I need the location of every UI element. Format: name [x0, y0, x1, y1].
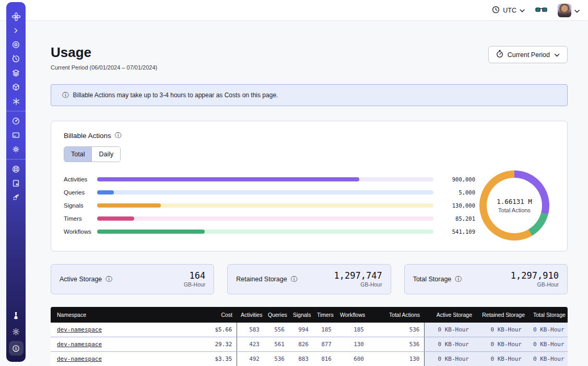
sidebar-item-docs-icon[interactable]	[6, 176, 26, 190]
period-selector-button[interactable]: Current Period	[488, 46, 568, 63]
table-cell: 0 KB-Hour	[424, 352, 476, 366]
bar-value: 130,000	[433, 202, 475, 209]
table-cell: 185	[336, 323, 368, 337]
temporal-logo-icon[interactable]	[6, 9, 26, 24]
bar-track	[97, 203, 433, 208]
info-icon[interactable]: ⓘ	[105, 276, 112, 283]
namespace-link[interactable]: dev-namespace	[57, 326, 102, 333]
bar-fill	[97, 216, 134, 221]
table-cell: 536	[264, 352, 289, 366]
table-cell: 826	[289, 337, 313, 352]
namespace-cell: dev-namespace	[51, 337, 181, 352]
sidebar-divider	[6, 111, 26, 111]
info-banner: ⓘ Billable Actions may take up to 3-4 ho…	[51, 84, 568, 106]
clock-icon	[492, 6, 500, 15]
info-icon[interactable]: ⓘ	[455, 276, 462, 283]
timezone-label: UTC	[503, 7, 516, 14]
sidebar-item-support-icon[interactable]	[6, 162, 26, 176]
table-row: dev-namespace$5.665835569941851855360 KB…	[51, 323, 568, 337]
bar-fill	[97, 190, 114, 195]
table-cell: 0 KB-Hour	[424, 323, 476, 337]
table-cell: 0 KB-Hour	[476, 323, 529, 337]
sidebar-item-settings-icon[interactable]	[6, 142, 26, 156]
info-icon[interactable]: ⓘ	[291, 276, 298, 283]
total-storage-unit: GB-Hour	[511, 281, 559, 288]
sidebar-item-nexus-icon[interactable]	[6, 94, 26, 108]
tab-daily[interactable]: Daily	[91, 147, 120, 162]
bar-label: Workflows	[64, 228, 97, 235]
column-header-active-storage: Active Storage	[424, 307, 476, 323]
timezone-selector[interactable]: UTC	[492, 6, 525, 15]
sidebar-expand-icon[interactable]	[6, 24, 26, 38]
table-cell: 0 KB-Hour	[529, 352, 568, 366]
table-cell: 423	[237, 337, 264, 352]
bar-value: 541,109	[433, 228, 475, 235]
column-header-queries: Queries	[264, 307, 289, 323]
sidebar-item-schedules-icon[interactable]	[6, 52, 26, 66]
sidebar-item-pricing-active[interactable]: $	[9, 341, 23, 356]
column-header-timers: Timers	[313, 307, 336, 323]
active-storage-value: 164	[184, 271, 205, 281]
table-cell: 130	[368, 352, 424, 366]
bar-value: 5,000	[433, 189, 475, 196]
bar-fill	[97, 177, 359, 181]
table-cell: 600	[336, 352, 368, 366]
tab-total[interactable]: Total	[64, 147, 91, 162]
table-cell: 130	[336, 337, 368, 352]
sidebar-item-namespaces-icon[interactable]	[6, 38, 26, 52]
bar-label: Signals	[64, 202, 97, 209]
table-body: dev-namespace$5.665835569941851855360 KB…	[51, 323, 568, 366]
table-cell: 561	[264, 337, 289, 352]
chevron-down-icon	[554, 51, 560, 59]
retained-storage-value: 1,297,747	[334, 271, 382, 281]
table-cell: 816	[313, 352, 336, 366]
bar-row-queries: Queries5,000	[64, 186, 475, 199]
bar-track	[97, 230, 433, 234]
active-storage-label: Active Storage	[60, 276, 102, 283]
bar-value: 900,000	[433, 176, 475, 182]
sidebar-item-labs-icon[interactable]	[6, 308, 26, 323]
bar-row-workflows: Workflows541,109	[64, 225, 475, 238]
feedback-glasses-button[interactable]	[535, 6, 547, 15]
topbar: UTC	[0, 0, 588, 21]
sidebar-item-layers-icon[interactable]	[6, 66, 26, 80]
bar-label: Activities	[64, 176, 97, 182]
info-icon[interactable]: ⓘ	[115, 132, 122, 139]
table-row: dev-namespace$3.354925368838166001300 KB…	[51, 352, 568, 366]
retained-storage-label: Retained Storage	[236, 276, 287, 283]
sidebar-item-billing-icon[interactable]	[6, 128, 26, 142]
total-storage-card: Total Storage ⓘ 1,297,910 GB-Hour	[404, 264, 568, 294]
storage-summary-row: Active Storage ⓘ 164 GB-Hour Retained St…	[51, 264, 568, 294]
bar-fill	[97, 203, 161, 208]
namespace-usage-table: NamespaceCostActivitiesQueriesSignalsTim…	[51, 307, 568, 366]
namespace-link[interactable]: dev-namespace	[57, 341, 102, 348]
billable-actions-card: Billable Actions ⓘ Total Daily Activitie…	[51, 121, 568, 251]
chevron-down-icon	[574, 6, 580, 15]
retained-storage-card: Retained Storage ⓘ 1,297,747 GB-Hour	[227, 264, 391, 294]
column-header-signals: Signals	[289, 307, 313, 323]
retained-storage-unit: GB-Hour	[334, 281, 382, 288]
sidebar-item-usage-icon[interactable]	[6, 114, 26, 128]
column-header-total-storage: Total Storage	[529, 307, 568, 323]
account-menu[interactable]	[558, 4, 580, 17]
sidebar-item-deployments-icon[interactable]	[6, 80, 26, 94]
bar-fill	[97, 230, 205, 234]
namespace-link[interactable]: dev-namespace	[57, 356, 102, 362]
table-row: dev-namespace29.324235618268771305360 KB…	[51, 337, 568, 352]
sidebar-item-getting-started-icon[interactable]	[6, 190, 26, 204]
table-cell: 0 KB-Hour	[476, 352, 529, 366]
table-cell: 0 KB-Hour	[424, 337, 476, 352]
table-cell: 556	[264, 323, 289, 337]
column-header-namespace: Namespace	[51, 307, 181, 323]
theme-toggle-icon[interactable]	[6, 325, 26, 339]
total-storage-value: 1,297,910	[511, 271, 559, 281]
donut-total-value: 1.66131 M	[497, 198, 532, 205]
glasses-icon	[535, 6, 547, 15]
page-title: Usage	[51, 45, 157, 61]
bar-value: 85,201	[433, 215, 475, 222]
bar-label: Timers	[64, 215, 97, 222]
info-banner-text: Billable Actions may take up to 3-4 hour…	[73, 92, 278, 99]
avatar	[558, 4, 571, 17]
table-cell: $3.35	[181, 352, 237, 366]
column-header-cost: Cost	[181, 307, 237, 323]
